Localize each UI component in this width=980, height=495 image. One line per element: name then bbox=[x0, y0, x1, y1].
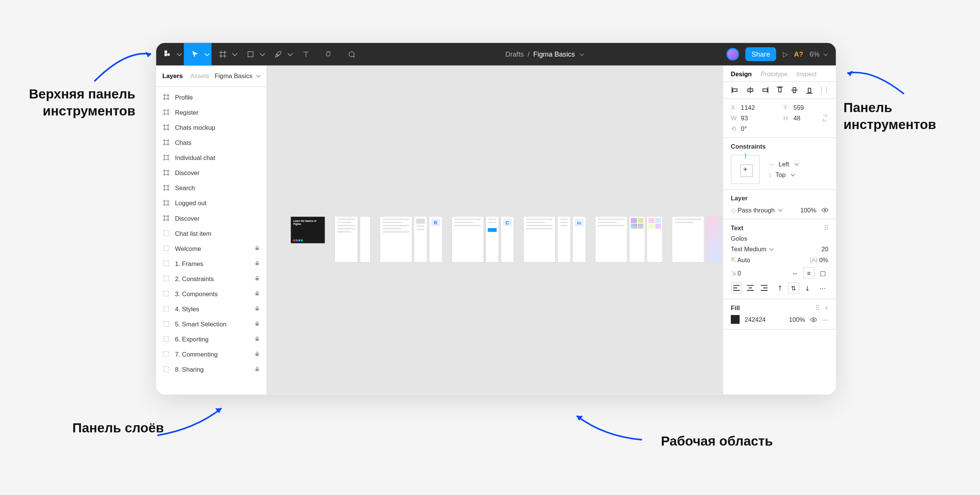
text-align-left-icon[interactable] bbox=[731, 282, 742, 294]
letter-spacing-field[interactable]: |A| 0% bbox=[810, 257, 829, 263]
layer-row[interactable]: Individual chat bbox=[156, 150, 266, 165]
align-left-icon[interactable] bbox=[731, 86, 740, 94]
frame-thumbnail[interactable] bbox=[595, 217, 627, 262]
file-breadcrumb[interactable]: Drafts / Figma Basics bbox=[363, 51, 726, 58]
layer-row[interactable]: Register bbox=[156, 104, 266, 120]
layer-row[interactable]: Chats mockup bbox=[156, 120, 266, 135]
frame-thumbnail[interactable] bbox=[335, 217, 357, 262]
tab-prototype[interactable]: Prototype bbox=[760, 70, 788, 77]
fixed-size-icon[interactable]: ▢ bbox=[817, 267, 829, 278]
frame-thumbnail[interactable] bbox=[673, 217, 704, 262]
align-right-icon[interactable] bbox=[760, 86, 769, 94]
font-select[interactable]: Golos bbox=[731, 235, 829, 242]
fill-opacity-field[interactable]: 100% bbox=[789, 316, 805, 323]
frame-thumbnail[interactable]: In bbox=[573, 217, 585, 262]
frame-thumbnail[interactable] bbox=[380, 217, 412, 262]
paragraph-spacing-field[interactable]: ⇲ 0 bbox=[731, 269, 741, 276]
present-button[interactable]: ▷ bbox=[783, 50, 788, 59]
text-align-bottom-icon[interactable]: ⤓ bbox=[802, 282, 813, 294]
layer-row[interactable]: Chat list item bbox=[156, 226, 266, 241]
rotation-field[interactable]: ⟲0° bbox=[731, 125, 776, 132]
x-field[interactable]: X1142 bbox=[731, 104, 776, 111]
frame-thumbnail[interactable] bbox=[486, 217, 498, 262]
frame-thumbnail[interactable] bbox=[558, 217, 570, 262]
add-fill-icon[interactable]: + bbox=[825, 305, 829, 311]
layer-row[interactable]: 1. Frames bbox=[156, 256, 266, 271]
constraint-v-select[interactable]: ↕Top bbox=[768, 171, 798, 178]
constraints-widget[interactable]: + bbox=[731, 155, 760, 184]
blend-mode-select[interactable]: ◇ Pass through bbox=[731, 207, 781, 214]
remove-fill-icon[interactable]: — bbox=[822, 316, 829, 323]
constrain-proportions-icon[interactable] bbox=[821, 115, 828, 121]
distribute-icon[interactable] bbox=[819, 86, 828, 94]
layer-row[interactable]: 2. Constraints bbox=[156, 271, 266, 286]
frame-thumbnail[interactable]: R bbox=[429, 217, 442, 262]
text-align-center-icon[interactable] bbox=[745, 282, 756, 294]
frame-thumbnail[interactable] bbox=[414, 217, 427, 262]
layer-row[interactable]: 5. Smart Selection bbox=[156, 316, 266, 331]
tab-layers[interactable]: Layers bbox=[162, 72, 183, 79]
rectangle-tool[interactable] bbox=[239, 43, 267, 65]
text-align-middle-icon[interactable]: ⇅ bbox=[788, 282, 799, 294]
line-height-field[interactable]: ⇱ Auto bbox=[731, 257, 750, 263]
font-weight-select[interactable]: Text Medium bbox=[731, 246, 773, 252]
missing-fonts-badge[interactable]: A? bbox=[794, 51, 803, 58]
layer-opacity-field[interactable]: 100% bbox=[800, 207, 816, 214]
frame-thumbnail[interactable]: C bbox=[501, 217, 513, 262]
layer-row[interactable]: Profile bbox=[156, 89, 266, 104]
frame-thumbnail[interactable]: Learn the basics of Figma bbox=[291, 217, 325, 243]
fill-swatch[interactable] bbox=[731, 315, 740, 324]
tab-design[interactable]: Design bbox=[731, 70, 752, 77]
layer-row[interactable]: Discover bbox=[156, 211, 266, 226]
tab-inspect[interactable]: Inspect bbox=[796, 70, 817, 77]
layer-row[interactable]: 8. Sharing bbox=[156, 362, 266, 377]
zoom-control[interactable]: 6% bbox=[810, 51, 827, 58]
layer-row[interactable]: 6. Exporting bbox=[156, 331, 266, 346]
avatar[interactable] bbox=[726, 48, 739, 61]
share-button[interactable]: Share bbox=[745, 47, 776, 61]
layer-row[interactable]: 3. Components bbox=[156, 286, 266, 301]
frame-thumbnail[interactable] bbox=[647, 217, 662, 262]
frame-thumbnail[interactable] bbox=[706, 217, 721, 262]
frame-thumbnail[interactable] bbox=[360, 217, 370, 262]
move-tool[interactable] bbox=[184, 43, 212, 65]
y-field[interactable]: Y559 bbox=[783, 104, 828, 111]
frame-tool[interactable] bbox=[212, 43, 239, 65]
align-top-icon[interactable] bbox=[775, 86, 784, 94]
fill-hex-field[interactable]: 242424 bbox=[745, 316, 766, 323]
tab-assets[interactable]: Assets bbox=[190, 72, 209, 79]
hand-tool[interactable] bbox=[317, 43, 340, 65]
align-center-v-icon[interactable] bbox=[790, 86, 799, 94]
layer-row[interactable]: Discover bbox=[156, 165, 266, 180]
layer-row[interactable]: Search bbox=[156, 180, 266, 195]
layer-row[interactable]: Chats bbox=[156, 135, 266, 150]
align-center-h-icon[interactable] bbox=[746, 86, 754, 94]
constraint-h-select[interactable]: ↔Left bbox=[768, 161, 798, 168]
visibility-icon[interactable] bbox=[810, 316, 817, 323]
h-field[interactable]: H48 bbox=[783, 115, 828, 121]
layer-row[interactable]: Welcome bbox=[156, 241, 266, 256]
text-styles-icon[interactable]: ⠿ bbox=[824, 225, 829, 231]
figma-menu-button[interactable] bbox=[156, 43, 184, 65]
comment-tool[interactable] bbox=[340, 43, 363, 65]
font-size-field[interactable]: 20 bbox=[821, 246, 829, 252]
page-selector[interactable]: Figma Basics bbox=[215, 72, 260, 79]
text-align-right-icon[interactable] bbox=[758, 282, 770, 294]
layer-row[interactable]: 4. Styles bbox=[156, 301, 266, 316]
frame-thumbnail[interactable] bbox=[452, 217, 484, 262]
w-field[interactable]: W93 bbox=[731, 115, 776, 121]
auto-height-icon[interactable]: ≡ bbox=[803, 267, 815, 278]
text-tool[interactable] bbox=[295, 43, 317, 65]
canvas[interactable]: Learn the basics of Figma R C In bbox=[267, 65, 722, 394]
text-align-top-icon[interactable]: ⤒ bbox=[774, 282, 785, 294]
align-bottom-icon[interactable] bbox=[805, 86, 813, 94]
layer-row[interactable]: Logged out bbox=[156, 195, 266, 211]
pen-tool[interactable] bbox=[267, 43, 294, 65]
fill-styles-icon[interactable]: ⠿ bbox=[815, 305, 820, 311]
auto-width-icon[interactable]: ↔ bbox=[789, 267, 800, 278]
frame-thumbnail[interactable] bbox=[523, 217, 555, 262]
layer-row[interactable]: 7. Commenting bbox=[156, 347, 266, 362]
frame-thumbnail[interactable] bbox=[630, 217, 644, 262]
text-options-icon[interactable]: ⋯ bbox=[817, 282, 829, 294]
visibility-icon[interactable] bbox=[821, 207, 828, 214]
